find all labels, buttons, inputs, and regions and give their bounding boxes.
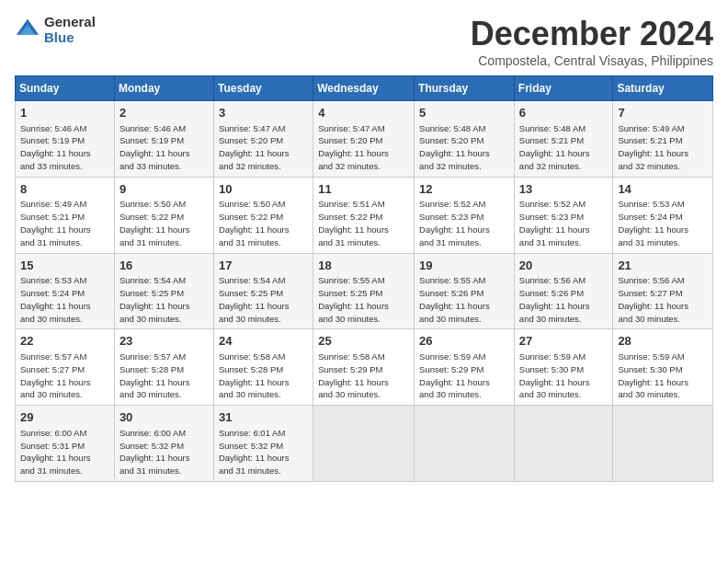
day-number: 9: [119, 181, 209, 198]
day-number: 31: [219, 409, 308, 426]
calendar-day-cell: 12Sunrise: 5:52 AM Sunset: 5:23 PM Dayli…: [415, 177, 515, 253]
day-info: Sunrise: 5:56 AM Sunset: 5:26 PM Dayligh…: [519, 275, 590, 323]
day-info: Sunrise: 5:53 AM Sunset: 5:24 PM Dayligh…: [20, 275, 91, 323]
day-info: Sunrise: 5:49 AM Sunset: 5:21 PM Dayligh…: [20, 199, 91, 247]
day-number: 23: [119, 333, 209, 350]
calendar-day-cell: [313, 406, 415, 482]
weekday-header-cell: Wednesday: [313, 76, 415, 101]
calendar-day-cell: 9Sunrise: 5:50 AM Sunset: 5:22 PM Daylig…: [114, 177, 213, 253]
day-number: 13: [519, 181, 609, 198]
day-number: 8: [20, 181, 109, 198]
logo-icon: [15, 17, 40, 43]
day-number: 16: [119, 258, 209, 274]
day-number: 28: [618, 333, 708, 350]
day-info: Sunrise: 6:01 AM Sunset: 5:32 PM Dayligh…: [219, 428, 290, 476]
day-number: 18: [318, 258, 409, 274]
calendar-day-cell: 1Sunrise: 5:46 AM Sunset: 5:19 PM Daylig…: [16, 101, 115, 178]
day-info: Sunrise: 5:48 AM Sunset: 5:21 PM Dayligh…: [519, 123, 590, 171]
day-info: Sunrise: 5:52 AM Sunset: 5:23 PM Dayligh…: [519, 199, 590, 247]
calendar-day-cell: 20Sunrise: 5:56 AM Sunset: 5:26 PM Dayli…: [514, 253, 613, 329]
day-info: Sunrise: 5:56 AM Sunset: 5:27 PM Dayligh…: [618, 275, 688, 323]
day-info: Sunrise: 5:53 AM Sunset: 5:24 PM Dayligh…: [618, 199, 688, 247]
calendar-day-cell: 25Sunrise: 5:58 AM Sunset: 5:29 PM Dayli…: [313, 329, 415, 406]
calendar-day-cell: 29Sunrise: 6:00 AM Sunset: 5:31 PM Dayli…: [16, 406, 115, 482]
calendar-day-cell: 27Sunrise: 5:59 AM Sunset: 5:30 PM Dayli…: [514, 329, 613, 406]
day-number: 26: [419, 333, 509, 350]
calendar-day-cell: 2Sunrise: 5:46 AM Sunset: 5:19 PM Daylig…: [114, 101, 213, 178]
logo-general-text: General: [44, 15, 96, 30]
calendar-day-cell: 31Sunrise: 6:01 AM Sunset: 5:32 PM Dayli…: [213, 406, 313, 482]
day-number: 25: [318, 333, 409, 350]
day-number: 7: [618, 105, 708, 121]
calendar-day-cell: [415, 406, 515, 482]
calendar-day-cell: 10Sunrise: 5:50 AM Sunset: 5:22 PM Dayli…: [213, 177, 313, 253]
day-info: Sunrise: 5:48 AM Sunset: 5:20 PM Dayligh…: [419, 123, 490, 171]
day-number: 19: [419, 258, 509, 274]
day-info: Sunrise: 5:59 AM Sunset: 5:30 PM Dayligh…: [618, 351, 688, 399]
day-number: 14: [618, 181, 708, 198]
day-info: Sunrise: 5:46 AM Sunset: 5:19 PM Dayligh…: [20, 123, 91, 171]
weekday-header-cell: Sunday: [16, 76, 115, 101]
day-info: Sunrise: 5:57 AM Sunset: 5:27 PM Dayligh…: [20, 351, 91, 399]
weekday-header-cell: Tuesday: [213, 76, 313, 101]
calendar-day-cell: 14Sunrise: 5:53 AM Sunset: 5:24 PM Dayli…: [613, 177, 713, 253]
day-number: 3: [219, 105, 308, 121]
day-number: 6: [519, 105, 609, 121]
calendar-week-row: 1Sunrise: 5:46 AM Sunset: 5:19 PM Daylig…: [16, 101, 713, 178]
day-info: Sunrise: 6:00 AM Sunset: 5:31 PM Dayligh…: [20, 428, 91, 476]
day-info: Sunrise: 5:54 AM Sunset: 5:25 PM Dayligh…: [119, 275, 190, 323]
header: General Blue December 2024 Compostela, C…: [15, 15, 713, 68]
calendar-day-cell: 17Sunrise: 5:54 AM Sunset: 5:25 PM Dayli…: [213, 253, 313, 329]
calendar-day-cell: 23Sunrise: 5:57 AM Sunset: 5:28 PM Dayli…: [114, 329, 213, 406]
day-info: Sunrise: 5:55 AM Sunset: 5:25 PM Dayligh…: [318, 275, 389, 323]
day-info: Sunrise: 5:46 AM Sunset: 5:19 PM Dayligh…: [119, 123, 190, 171]
day-number: 22: [20, 333, 109, 350]
day-info: Sunrise: 5:50 AM Sunset: 5:22 PM Dayligh…: [219, 199, 290, 247]
day-info: Sunrise: 5:52 AM Sunset: 5:23 PM Dayligh…: [419, 199, 490, 247]
day-number: 15: [20, 258, 109, 274]
day-number: 24: [219, 333, 308, 350]
calendar-day-cell: 5Sunrise: 5:48 AM Sunset: 5:20 PM Daylig…: [415, 101, 515, 178]
day-number: 17: [219, 258, 308, 274]
day-number: 2: [119, 105, 209, 121]
day-info: Sunrise: 5:47 AM Sunset: 5:20 PM Dayligh…: [219, 123, 290, 171]
calendar-day-cell: 24Sunrise: 5:58 AM Sunset: 5:28 PM Dayli…: [213, 329, 313, 406]
weekday-header-cell: Friday: [514, 76, 613, 101]
calendar-day-cell: 4Sunrise: 5:47 AM Sunset: 5:20 PM Daylig…: [313, 101, 415, 178]
day-info: Sunrise: 5:58 AM Sunset: 5:28 PM Dayligh…: [219, 351, 290, 399]
weekday-header-row: SundayMondayTuesdayWednesdayThursdayFrid…: [16, 76, 713, 101]
calendar-body: 1Sunrise: 5:46 AM Sunset: 5:19 PM Daylig…: [16, 101, 713, 482]
calendar-day-cell: 11Sunrise: 5:51 AM Sunset: 5:22 PM Dayli…: [313, 177, 415, 253]
weekday-header-cell: Saturday: [613, 76, 713, 101]
calendar-week-row: 8Sunrise: 5:49 AM Sunset: 5:21 PM Daylig…: [16, 177, 713, 253]
day-number: 27: [519, 333, 609, 350]
day-number: 12: [419, 181, 509, 198]
month-title: December 2024: [471, 15, 713, 53]
day-number: 11: [318, 181, 409, 198]
logo: General Blue: [15, 15, 96, 45]
day-number: 4: [318, 105, 409, 121]
calendar-day-cell: [514, 406, 613, 482]
day-info: Sunrise: 5:51 AM Sunset: 5:22 PM Dayligh…: [318, 199, 389, 247]
day-number: 5: [419, 105, 509, 121]
calendar-day-cell: 28Sunrise: 5:59 AM Sunset: 5:30 PM Dayli…: [613, 329, 713, 406]
day-info: Sunrise: 6:00 AM Sunset: 5:32 PM Dayligh…: [119, 428, 190, 476]
calendar-day-cell: 13Sunrise: 5:52 AM Sunset: 5:23 PM Dayli…: [514, 177, 613, 253]
day-info: Sunrise: 5:59 AM Sunset: 5:29 PM Dayligh…: [419, 351, 490, 399]
logo-blue-text: Blue: [44, 30, 96, 46]
calendar-day-cell: 8Sunrise: 5:49 AM Sunset: 5:21 PM Daylig…: [16, 177, 115, 253]
day-info: Sunrise: 5:47 AM Sunset: 5:20 PM Dayligh…: [318, 123, 389, 171]
day-number: 10: [219, 181, 308, 198]
calendar-week-row: 22Sunrise: 5:57 AM Sunset: 5:27 PM Dayli…: [16, 329, 713, 406]
calendar-day-cell: [613, 406, 713, 482]
calendar-day-cell: 3Sunrise: 5:47 AM Sunset: 5:20 PM Daylig…: [213, 101, 313, 178]
calendar-day-cell: 22Sunrise: 5:57 AM Sunset: 5:27 PM Dayli…: [16, 329, 115, 406]
day-number: 20: [519, 258, 609, 274]
day-info: Sunrise: 5:55 AM Sunset: 5:26 PM Dayligh…: [419, 275, 490, 323]
day-number: 29: [20, 409, 109, 426]
day-info: Sunrise: 5:54 AM Sunset: 5:25 PM Dayligh…: [219, 275, 290, 323]
weekday-header-cell: Monday: [114, 76, 213, 101]
calendar-day-cell: 6Sunrise: 5:48 AM Sunset: 5:21 PM Daylig…: [514, 101, 613, 178]
day-info: Sunrise: 5:57 AM Sunset: 5:28 PM Dayligh…: [119, 351, 190, 399]
location-title: Compostela, Central Visayas, Philippines: [471, 53, 713, 68]
